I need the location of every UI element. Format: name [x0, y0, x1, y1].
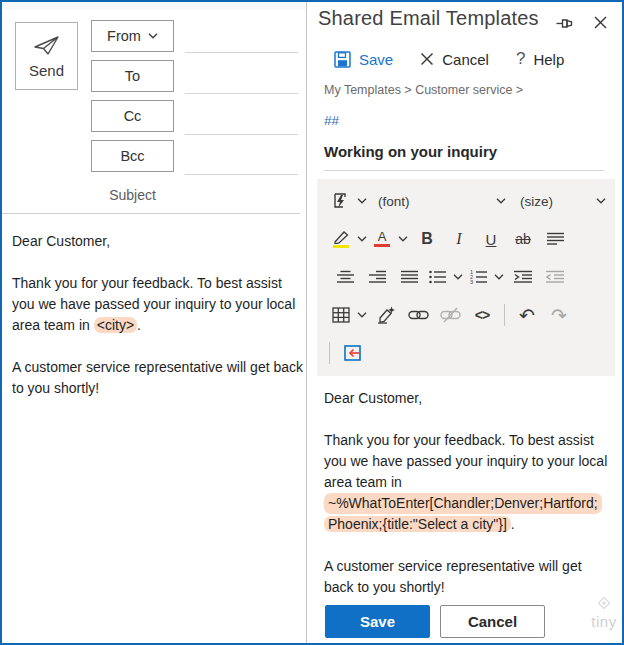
- align-left-button[interactable]: [539, 226, 571, 252]
- numbered-list-icon: 123: [470, 270, 487, 284]
- clear-formatting-icon: [376, 306, 396, 324]
- underline-button[interactable]: U: [475, 226, 507, 252]
- body-greeting: Dear Customer,: [12, 231, 308, 252]
- command-bar: Save Cancel ? Help: [334, 46, 564, 72]
- undo-icon: ↶: [519, 306, 535, 325]
- save-icon: [334, 51, 351, 68]
- redo-button[interactable]: ↷: [543, 302, 575, 328]
- toolbar-row-1: (font) (size): [329, 182, 615, 220]
- table-icon: [332, 307, 350, 323]
- close-icon: [594, 16, 607, 29]
- unlink-icon: [440, 307, 461, 323]
- svg-text:3: 3: [470, 279, 473, 284]
- font-color-icon: A: [374, 231, 390, 247]
- subject-divider: [2, 213, 300, 214]
- toolbar-row-5: [329, 334, 615, 372]
- font-dropdown-value: (font): [378, 194, 410, 209]
- font-color-button[interactable]: A: [370, 226, 394, 252]
- insert-into-email-button[interactable]: [336, 340, 368, 366]
- help-command[interactable]: ? Help: [516, 49, 564, 69]
- tiny-watermark[interactable]: tiny: [583, 597, 624, 630]
- pin-button[interactable]: [553, 13, 579, 33]
- align-right-button[interactable]: [361, 264, 393, 290]
- justify-icon: [401, 270, 418, 284]
- bcc-label: Bcc: [120, 148, 144, 164]
- redo-icon: ↷: [551, 306, 567, 325]
- link-icon: [408, 308, 429, 322]
- template-name-field[interactable]: Working on your inquiry: [324, 143, 604, 171]
- highlighter-icon: [333, 230, 350, 248]
- table-chevron-icon[interactable]: [353, 302, 370, 328]
- help-command-label: Help: [533, 51, 564, 68]
- editor-paragraph-1: Thank you for your feedback. To best ass…: [324, 430, 614, 535]
- send-button[interactable]: Send: [15, 22, 78, 90]
- font-color-swatch: [374, 244, 390, 247]
- shortcut-field[interactable]: ##: [324, 113, 339, 128]
- from-button[interactable]: From: [91, 20, 174, 52]
- code-view-button[interactable]: <>: [466, 302, 498, 328]
- strikethrough-button[interactable]: ab: [507, 226, 539, 252]
- body-paragraph-1: Thank you for your feedback. To best ass…: [12, 273, 308, 336]
- numbered-list-button[interactable]: 123: [466, 264, 490, 290]
- cancel-command[interactable]: Cancel: [420, 51, 489, 68]
- template-editor-editable[interactable]: Dear Customer, Thank you for your feedba…: [324, 388, 614, 619]
- editor-paragraph-2: A customer service representative will g…: [324, 556, 614, 598]
- compose-pane: Send From To Cc Bcc Subject Dear Custome…: [2, 2, 306, 643]
- bullet-list-chevron-icon[interactable]: [449, 264, 466, 290]
- cc-button[interactable]: Cc: [91, 100, 174, 132]
- bullet-list-button[interactable]: [425, 264, 449, 290]
- bcc-button[interactable]: Bcc: [91, 140, 174, 172]
- message-body-editable[interactable]: Dear Customer, Thank you for your feedba…: [12, 231, 308, 420]
- italic-icon: I: [456, 230, 461, 248]
- strikethrough-icon: ab: [515, 231, 531, 247]
- quick-styles-button[interactable]: [329, 188, 353, 214]
- highlight-color-chevron-icon[interactable]: [353, 226, 370, 252]
- to-button[interactable]: To: [91, 60, 174, 92]
- decrease-indent-icon: [546, 270, 564, 284]
- chevron-down-icon: [148, 33, 158, 39]
- quick-styles-chevron-icon[interactable]: [353, 188, 370, 214]
- align-right-icon: [369, 270, 386, 284]
- bullet-list-icon: [429, 270, 446, 284]
- increase-indent-icon: [514, 270, 532, 284]
- breadcrumb[interactable]: My Templates > Customer service >: [324, 83, 523, 97]
- bold-button[interactable]: B: [411, 226, 443, 252]
- bcc-field[interactable]: [185, 174, 298, 175]
- save-command[interactable]: Save: [334, 51, 393, 68]
- body-paragraph-2: A customer service representative will g…: [12, 357, 308, 399]
- save-button[interactable]: Save: [325, 605, 430, 638]
- from-label: From: [107, 28, 141, 44]
- italic-button[interactable]: I: [443, 226, 475, 252]
- from-field[interactable]: [185, 52, 298, 53]
- undo-button[interactable]: ↶: [511, 302, 543, 328]
- compose-top-strip: [2, 2, 306, 10]
- toolbar-row-4: <> ↶ ↷: [329, 296, 615, 334]
- align-center-icon: [337, 270, 354, 284]
- table-button[interactable]: [329, 302, 353, 328]
- insert-link-button[interactable]: [402, 302, 434, 328]
- cancel-x-icon: [420, 52, 434, 66]
- insert-into-email-icon: [342, 344, 363, 362]
- size-dropdown[interactable]: (size): [520, 194, 606, 209]
- remove-link-button[interactable]: [434, 302, 466, 328]
- editor-greeting: Dear Customer,: [324, 388, 614, 409]
- subject-label: Subject: [91, 187, 174, 203]
- pin-icon: [556, 17, 577, 30]
- decrease-indent-button[interactable]: [539, 264, 571, 290]
- toolbar-row-3: 123: [329, 258, 615, 296]
- font-color-chevron-icon[interactable]: [394, 226, 411, 252]
- to-field[interactable]: [185, 93, 298, 94]
- increase-indent-button[interactable]: [507, 264, 539, 290]
- toolbar-divider: [504, 304, 505, 326]
- clear-formatting-button[interactable]: [370, 302, 402, 328]
- whattoenter-macro-line1: ~%WhatToEnter[Chandler;Denver;Hartford;: [324, 493, 602, 514]
- cc-field[interactable]: [185, 134, 298, 135]
- cancel-command-label: Cancel: [442, 51, 489, 68]
- numbered-list-chevron-icon[interactable]: [490, 264, 507, 290]
- highlight-color-button[interactable]: [329, 226, 353, 252]
- justify-button[interactable]: [393, 264, 425, 290]
- close-button[interactable]: [589, 12, 611, 32]
- cancel-button[interactable]: Cancel: [440, 605, 545, 638]
- font-dropdown[interactable]: (font): [378, 194, 506, 209]
- align-center-button[interactable]: [329, 264, 361, 290]
